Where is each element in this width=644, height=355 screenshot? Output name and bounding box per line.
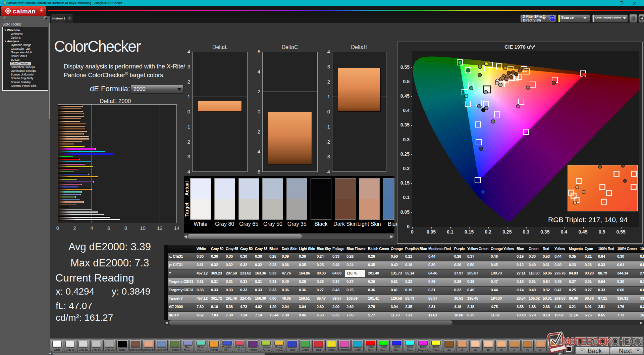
- svg-text:NOTEBOOK: NOTEBOOK: [563, 335, 612, 348]
- svg-text:CHECK: CHECK: [612, 335, 642, 348]
